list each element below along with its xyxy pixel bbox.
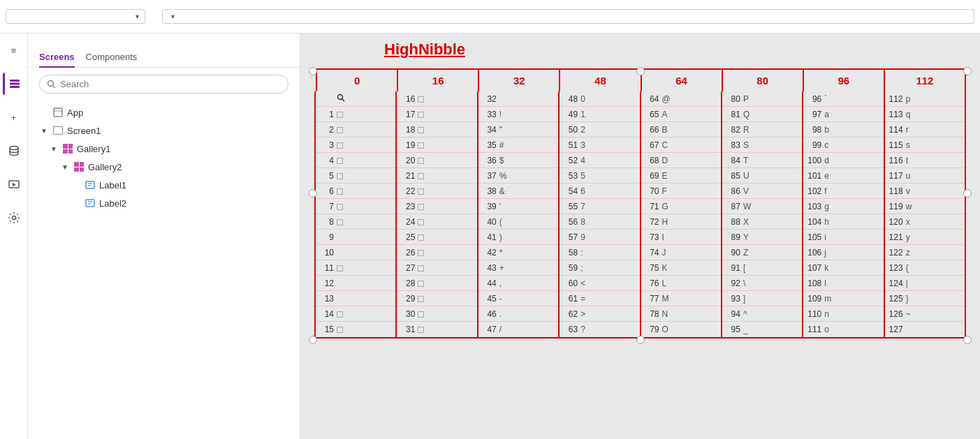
table-row: 480 — [560, 91, 639, 107]
handle-bottom-mid[interactable] — [636, 336, 645, 344]
table-row: 15 — [316, 322, 395, 337]
handle-bottom-right[interactable] — [963, 336, 972, 344]
table-row: 122z — [885, 245, 965, 260]
search-icon — [337, 94, 346, 105]
table-row: 97a — [803, 107, 883, 122]
gallery-column-96: 96`97a98b99c100d101e102f103g104h105i106j… — [803, 91, 884, 337]
tree-item-gallery2[interactable]: ▼ Gallery2 — [28, 158, 300, 176]
column-header-0: 0 — [317, 70, 398, 91]
handle-left-mid[interactable] — [309, 189, 317, 198]
settings-icon[interactable] — [3, 207, 25, 229]
handle-top-mid[interactable] — [636, 67, 645, 75]
table-row: 36$ — [478, 153, 558, 168]
top-bar: ▾ ▾ — [0, 0, 980, 34]
main-area: ≡ + Screens Components — [0, 34, 980, 439]
add-icon[interactable]: + — [3, 106, 25, 128]
tree-view-title — [28, 34, 300, 47]
table-row: 100d — [803, 153, 883, 168]
table-row: 23 — [397, 199, 476, 214]
table-row: 119w — [885, 199, 965, 214]
table-row: 3 — [316, 137, 395, 153]
table-row: 83S — [722, 137, 802, 153]
table-row: 91[ — [722, 260, 802, 276]
tab-components[interactable]: Components — [86, 47, 138, 68]
svg-line-17 — [342, 98, 345, 101]
table-row: 13 — [316, 291, 395, 306]
canvas-wrapper: HighNibble 0163248648096112 123456789101… — [314, 47, 966, 338]
screen1-label: Screen1 — [67, 126, 288, 136]
search-input[interactable] — [60, 79, 281, 89]
table-row: 58: — [560, 245, 639, 260]
label-icon — [84, 197, 96, 209]
media-icon[interactable] — [3, 173, 25, 195]
handle-bottom-left[interactable] — [309, 336, 317, 344]
table-row: 76L — [641, 276, 721, 291]
table-row: 105i — [803, 230, 883, 245]
handle-top-right[interactable] — [963, 67, 972, 75]
table-row: 104h — [803, 214, 883, 230]
gallery-icon — [61, 142, 74, 155]
table-row: 42* — [478, 245, 558, 260]
table-row: 1 — [316, 107, 395, 122]
table-row: 71G — [641, 199, 721, 214]
table-row: 28 — [397, 276, 476, 291]
svg-rect-2 — [10, 86, 20, 88]
gallery-column-0: 123456789101112131415 — [316, 91, 397, 337]
items-dropdown[interactable]: ▾ — [6, 9, 145, 24]
data-icon[interactable] — [3, 140, 25, 162]
table-row: 19 — [397, 137, 476, 153]
table-row: 92\ — [722, 276, 802, 291]
table-row: 35# — [478, 137, 558, 153]
table-row: 34" — [478, 122, 558, 137]
tab-screens[interactable]: Screens — [39, 47, 75, 68]
table-row: 90Z — [722, 245, 802, 260]
menu-icon[interactable]: ≡ — [3, 39, 25, 61]
table-row: 62> — [560, 306, 639, 322]
table-row: 98b — [803, 122, 883, 137]
tree-panel: Screens Components App ▼ — [28, 34, 300, 439]
handle-right-mid[interactable] — [963, 189, 972, 198]
tree-item-screen1[interactable]: ▼ Screen1 — [28, 121, 300, 140]
table-row: 27 — [397, 260, 476, 276]
table-row — [316, 91, 395, 107]
table-row: 45- — [478, 291, 558, 306]
table-row: 120x — [885, 214, 965, 230]
table-row: 118v — [885, 184, 965, 199]
layers-icon[interactable] — [3, 73, 25, 95]
column-header-16: 16 — [398, 70, 479, 91]
label1-label: Label1 — [99, 180, 288, 191]
table-row: 513 — [560, 137, 639, 153]
table-row: 84T — [722, 153, 802, 168]
tree-item-label1[interactable]: Label1 — [28, 176, 300, 194]
formula-chevron-icon[interactable]: ▾ — [171, 13, 175, 20]
table-row: 59; — [560, 260, 639, 276]
table-row: 61= — [560, 291, 639, 306]
tree-item-app[interactable]: App — [28, 103, 300, 121]
tree-item-label2[interactable]: Label2 — [28, 194, 300, 212]
table-row: 107k — [803, 260, 883, 276]
table-row: 26 — [397, 245, 476, 260]
table-row: 2 — [316, 122, 395, 137]
search-icon — [47, 80, 56, 89]
table-row: 115s — [885, 137, 965, 153]
table-row: 102f — [803, 184, 883, 199]
table-row: 87W — [722, 199, 802, 214]
table-row: 86V — [722, 184, 802, 199]
table-row: 46. — [478, 306, 558, 322]
search-box[interactable] — [39, 75, 288, 94]
label-icon — [84, 179, 96, 191]
canvas-area[interactable]: HighNibble 0163248648096112 123456789101… — [300, 34, 980, 439]
gallery-column-80: 80P81Q82R83S84T85U86V87W88X89Y90Z91[92\9… — [722, 91, 803, 337]
table-row: 117u — [885, 168, 965, 184]
app-icon — [52, 106, 64, 119]
tree-item-gallery1[interactable]: ▼ Gallery1 ··· — [28, 140, 300, 158]
table-row: 74J — [641, 245, 721, 260]
expand-icon: ▼ — [39, 127, 49, 135]
gallery-table: 1234567891011121314151617181920212223242… — [314, 91, 966, 338]
handle-top-left[interactable] — [309, 67, 317, 75]
table-row: 89Y — [722, 230, 802, 245]
table-row: 127 — [885, 322, 965, 337]
table-row: 96` — [803, 91, 883, 107]
screen-icon — [52, 124, 64, 137]
table-row: 123{ — [885, 260, 965, 276]
